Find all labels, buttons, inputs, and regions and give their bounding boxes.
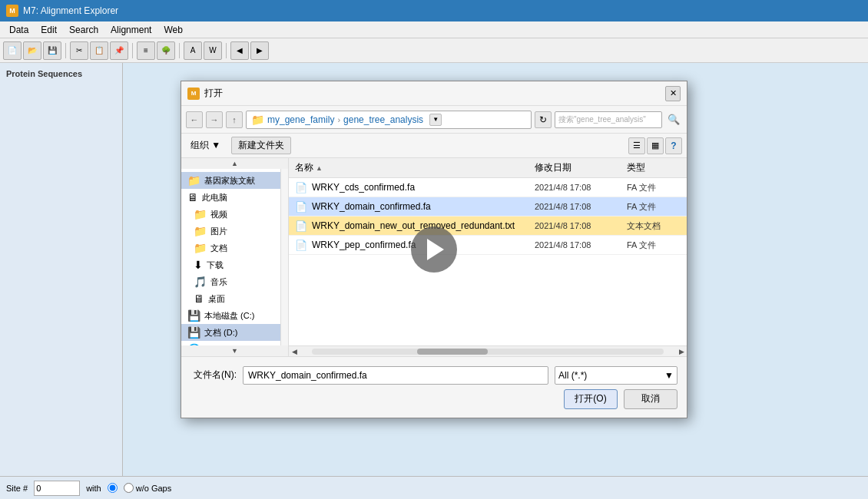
dialog-title-icon: M (187, 88, 200, 100)
play-triangle-icon (427, 239, 444, 260)
organize-button[interactable]: 组织 ▼ (186, 137, 225, 154)
dialog-navbar: ← → ↑ 📁 my_gene_family › gene_tree_analy… (181, 106, 687, 134)
file-row-domain-new[interactable]: 📄 WRKY_domain_new_out_removed_redundant.… (289, 216, 687, 236)
file-icon-domain-new: 📄 (295, 220, 307, 232)
folder-tree-container: ▲ 📁 基因家族文献 🖥 此电脑 📁 视频 (181, 158, 289, 356)
nav-refresh-button[interactable]: ↻ (535, 111, 552, 128)
file-icon-domain: 📄 (295, 200, 307, 213)
filetype-label: All (*.*) (558, 370, 587, 381)
file-date-pep: 2021/4/8 17:08 (535, 240, 627, 250)
dialog-open-button[interactable]: 打开(O) (564, 389, 618, 409)
tree-label-documents: 文档 (210, 243, 227, 254)
dialog-overlay: M 打开 ✕ ← → ↑ 📁 my_gene_family › gene_tre… (0, 0, 868, 499)
tree-item-video[interactable]: 📁 视频 (181, 206, 280, 223)
tree-label-doc-drive-d: 文档 (D:) (204, 327, 237, 339)
dialog-titlebar: M 打开 ✕ (181, 81, 687, 106)
tree-label-local-disk-c: 本地磁盘 (C:) (204, 310, 254, 322)
tree-item-gene-family[interactable]: 📁 基因家族文献 (181, 172, 280, 189)
tree-icon-doc-drive-d: 💾 (187, 326, 200, 339)
view-preview-button[interactable]: ▦ (647, 137, 664, 154)
tree-icon-video: 📁 (194, 208, 207, 220)
filetype-dropdown-icon: ▼ (664, 370, 674, 381)
file-date-domain: 2021/4/8 17:08 (535, 202, 627, 211)
breadcrumb-dropdown[interactable]: ▼ (429, 114, 442, 126)
help-button[interactable]: ? (665, 137, 682, 154)
filetype-select[interactable]: All (*.*) ▼ (555, 366, 678, 385)
search-placeholder: 搜索"gene_tree_analysis" (558, 114, 646, 125)
tree-icon-gene-family: 📁 (187, 174, 200, 187)
col-name-header[interactable]: 名称 ▲ (295, 161, 535, 174)
filename-input[interactable] (243, 366, 548, 385)
tree-icon-local-disk-c: 💾 (187, 309, 200, 322)
file-icon-cds: 📄 (295, 181, 307, 193)
tree-icon-downloads: ⬇ (194, 259, 203, 271)
dialog-close-button[interactable]: ✕ (665, 86, 681, 101)
tree-item-doc-drive-d[interactable]: 💾 文档 (D:) (181, 324, 280, 341)
filename-row: 文件名(N): All (*.*) ▼ (190, 366, 678, 385)
breadcrumb-folder-icon: 📁 (251, 114, 264, 126)
tree-label-gene-family: 基因家族文献 (204, 175, 255, 187)
file-dialog: M 打开 ✕ ← → ↑ 📁 my_gene_family › gene_tre… (181, 81, 687, 418)
file-icon-pep: 📄 (295, 239, 307, 251)
nav-forward-button[interactable]: → (206, 111, 223, 128)
dialog-bottom: 文件名(N): All (*.*) ▼ 打开(O) 取消 (181, 356, 687, 418)
breadcrumb-root[interactable]: my_gene_family (267, 114, 334, 125)
tree-icon-desktop: 🖥 (194, 292, 204, 305)
dialog-action-row: 打开(O) 取消 (190, 389, 678, 409)
h-scroll-left[interactable]: ◀ (289, 346, 300, 357)
dialog-body: ▲ 📁 基因家族文献 🖥 此电脑 📁 视频 (181, 158, 687, 356)
dialog-cancel-button[interactable]: 取消 (624, 389, 678, 409)
new-folder-button[interactable]: 新建文件夹 (231, 137, 291, 154)
tree-item-music[interactable]: 🎵 音乐 (181, 273, 280, 290)
file-list-spacer (289, 255, 687, 345)
view-list-button[interactable]: ☰ (628, 137, 645, 154)
app-window: M M7: Alignment Explorer Data Edit Searc… (0, 0, 868, 499)
tree-label-music: 音乐 (210, 276, 227, 288)
file-row-domain[interactable]: 📄 WRKY_domain_confirmed.fa 2021/4/8 17:0… (289, 197, 687, 216)
col-type-header[interactable]: 类型 (627, 161, 681, 174)
tree-icon-pictures: 📁 (194, 225, 207, 237)
file-type-domain: FA 文件 (627, 201, 681, 213)
search-box: 搜索"gene_tree_analysis" (555, 111, 662, 128)
tree-scroll-down[interactable]: ▼ (181, 345, 288, 356)
breadcrumb-current[interactable]: gene_tree_analysis (343, 114, 423, 125)
tree-item-pictures[interactable]: 📁 图片 (181, 223, 280, 240)
tree-item-downloads[interactable]: ⬇ 下载 (181, 256, 280, 273)
tree-icon-documents: 📁 (194, 242, 207, 254)
file-list: 名称 ▲ 修改日期 类型 📄 WRKY_cds_confirmed.fa 202… (289, 158, 687, 356)
tree-item-desktop[interactable]: 🖥 桌面 (181, 290, 280, 307)
tree-label-this-pc: 此电脑 (202, 192, 227, 203)
dialog-toolbar: 组织 ▼ 新建文件夹 ☰ ▦ ? (181, 134, 687, 158)
nav-back-button[interactable]: ← (186, 111, 203, 128)
file-name-domain: WRKY_domain_confirmed.fa (312, 201, 535, 212)
tree-item-documents[interactable]: 📁 文档 (181, 240, 280, 256)
nav-up-button[interactable]: ↑ (226, 111, 243, 128)
h-scroll-right[interactable]: ▶ (676, 346, 687, 357)
tree-label-video: 视频 (210, 209, 227, 220)
breadcrumb-sep1: › (337, 115, 340, 124)
tree-item-local-disk-c[interactable]: 💾 本地磁盘 (C:) (181, 307, 280, 324)
sort-arrow-icon: ▲ (316, 164, 323, 172)
folder-tree: 📁 基因家族文献 🖥 此电脑 📁 视频 📁 (181, 169, 281, 345)
tree-scroll-up[interactable]: ▲ (181, 158, 288, 169)
file-list-header: 名称 ▲ 修改日期 类型 (289, 158, 687, 178)
search-icon-button[interactable]: 🔍 (665, 111, 682, 128)
file-row-cds[interactable]: 📄 WRKY_cds_confirmed.fa 2021/4/8 17:08 F… (289, 178, 687, 197)
tree-label-desktop: 桌面 (208, 293, 225, 305)
dialog-title-text: 打开 (204, 87, 665, 100)
tree-icon-this-pc: 🖥 (187, 191, 198, 203)
tree-label-downloads: 下载 (207, 259, 224, 271)
file-row-pep[interactable]: 📄 WRKY_pep_confirmed.fa 2021/4/8 17:08 F… (289, 236, 687, 255)
play-button[interactable] (411, 226, 457, 273)
tree-icon-music: 🎵 (194, 276, 207, 288)
col-date-header[interactable]: 修改日期 (535, 161, 627, 174)
file-type-cds: FA 文件 (627, 182, 681, 193)
file-name-cds: WRKY_cds_confirmed.fa (312, 182, 535, 193)
filename-label: 文件名(N): (190, 368, 237, 382)
h-scrollbar-thumb[interactable] (417, 349, 488, 355)
breadcrumb-bar: 📁 my_gene_family › gene_tree_analysis ▼ (246, 111, 532, 129)
tree-item-this-pc[interactable]: 🖥 此电脑 (181, 189, 280, 206)
file-date-cds: 2021/4/8 17:08 (535, 183, 627, 192)
h-scrollbar-track[interactable] (312, 349, 664, 355)
view-buttons: ☰ ▦ ? (628, 137, 682, 154)
